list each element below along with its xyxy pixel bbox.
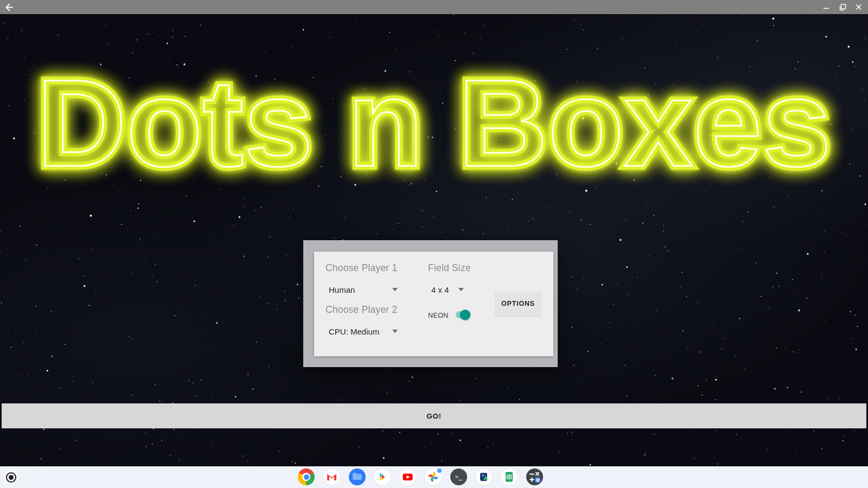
field-size-dropdown-caret-icon[interactable] — [458, 288, 464, 291]
setup-panel: Choose Player 1 Human Field Size 4 x 4 C… — [314, 252, 553, 356]
files-icon[interactable] — [349, 468, 366, 485]
chrome-icon[interactable] — [298, 468, 315, 485]
youtube-icon[interactable] — [399, 468, 416, 485]
screen: Dots n Boxes Dots n Boxes Choos — [0, 0, 868, 488]
sheets-icon[interactable] — [501, 468, 518, 485]
neon-toggle-switch[interactable] — [456, 310, 472, 320]
photos-icon[interactable] — [425, 468, 442, 485]
terminal-icon[interactable]: >_ — [450, 468, 467, 485]
toggle-thumb — [460, 310, 470, 320]
window-controls — [822, 0, 863, 14]
player1-dropdown-caret-icon[interactable] — [392, 288, 398, 291]
back-arrow-icon[interactable] — [4, 3, 14, 12]
terminal-glyph: > — [455, 473, 459, 480]
app-icon[interactable] — [476, 468, 493, 485]
go-button[interactable]: GO! — [2, 403, 866, 428]
close-icon[interactable] — [855, 3, 863, 11]
setup-dialog: Choose Player 1 Human Field Size 4 x 4 C… — [303, 240, 558, 367]
shelf: >_ — [0, 466, 868, 488]
shelf-app-row: >_ — [298, 468, 543, 485]
player1-dropdown-value[interactable]: Human — [329, 285, 355, 294]
neon-toggle-label: NEON — [428, 312, 449, 319]
restore-icon[interactable] — [839, 3, 846, 11]
calculator-icon[interactable] — [526, 468, 543, 485]
notification-dot — [437, 468, 442, 473]
window-titlebar — [0, 0, 868, 14]
player2-label: Choose Player 2 — [326, 304, 397, 316]
launcher-dot — [9, 475, 14, 480]
options-button[interactable]: OPTIONS — [495, 292, 541, 316]
player1-label: Choose Player 1 — [326, 262, 397, 274]
minimize-icon[interactable] — [822, 3, 830, 11]
player2-dropdown-caret-icon[interactable] — [392, 330, 398, 333]
launcher-ring — [6, 472, 16, 483]
launcher-icon[interactable] — [3, 469, 19, 485]
gmail-icon[interactable] — [323, 468, 340, 485]
folder-body — [353, 474, 362, 480]
player2-dropdown-value[interactable]: CPU: Medium — [329, 327, 379, 336]
chrome-core — [304, 474, 309, 480]
play-store-icon[interactable] — [374, 468, 391, 485]
field-size-dropdown-value[interactable]: 4 x 4 — [431, 285, 449, 294]
field-size-label: Field Size — [428, 262, 471, 274]
